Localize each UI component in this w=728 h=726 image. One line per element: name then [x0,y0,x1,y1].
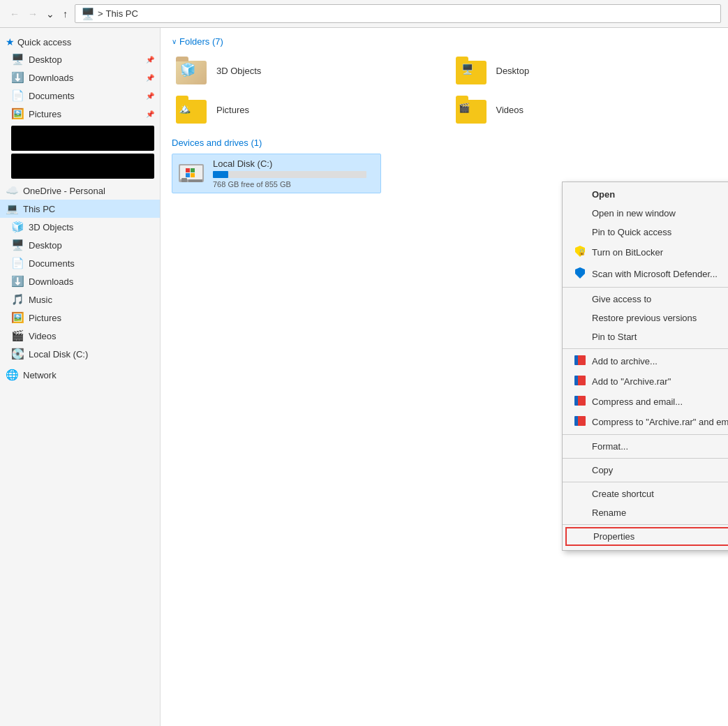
ctx-separator-5 [563,482,728,482]
main-container: ★ Quick access 🖥️ Desktop 📌 ⬇️ Downloads… [0,28,728,726]
rar-icon [574,355,586,367]
ctx-compress-rar-email[interactable]: Compress to "Archive.rar" and email [563,412,728,432]
ctx-label: Restore previous versions [592,313,697,323]
ctx-properties[interactable]: Properties [565,527,728,546]
rar-icon [574,396,586,408]
ctx-create-shortcut[interactable]: Create shortcut [563,484,728,503]
devices-section-title: Devices and drives (1) [172,138,717,148]
ctx-give-access[interactable]: Give access to › [563,290,728,309]
sidebar-item-documents-quick[interactable]: 📄 Documents 📌 [0,87,160,105]
folder-item-3dobjects[interactable]: 🧊 3D Objects [172,54,438,87]
redacted-item-1 [11,126,154,151]
folder-name: Videos [496,105,524,115]
folder-name: 3D Objects [216,66,261,76]
ctx-bitlocker[interactable]: 🔒 Turn on BitLocker [563,242,728,263]
recent-button[interactable]: ⌄ [43,7,57,21]
svg-rect-3 [188,179,202,182]
sidebar-item-pictures[interactable]: 🖼️ Pictures [0,309,160,327]
drive-bar-wrap [213,171,366,178]
defender-icon [574,267,586,281]
folder-item-pictures[interactable]: 🏔️ Pictures [172,93,438,126]
sidebar-item-onedrive[interactable]: ☁️ OneDrive - Personal [0,182,160,200]
sidebar-item-downloads[interactable]: ⬇️ Downloads [0,272,160,290]
sidebar-item-label: OneDrive - Personal [23,186,105,196]
svg-rect-6 [186,173,190,177]
ctx-defender[interactable]: Scan with Microsoft Defender... [563,263,728,285]
sidebar-item-network[interactable]: 🌐 Network [0,366,160,384]
pin-icon: 📌 [146,74,154,82]
sidebar-item-label: Music [29,295,52,305]
up-button[interactable]: ↑ [60,7,70,21]
sidebar-item-desktop-quick[interactable]: 🖥️ Desktop 📌 [0,50,160,68]
ctx-pin-quick[interactable]: Pin to Quick access [563,223,728,242]
back-button[interactable]: ← [7,7,22,21]
drive-bar [213,171,228,178]
pictures-icon: 🖼️ [11,311,24,324]
pin-icon: 📌 [146,56,154,64]
rar-icon [574,376,586,387]
folder-icon-3dobjects: 🧊 [176,57,209,84]
sidebar-item-desktop[interactable]: 🖥️ Desktop [0,236,160,254]
content-area: ∨ Folders (7) 🧊 3D Objects 🖥️ Desktop [161,28,728,726]
ctx-label: Scan with Microsoft Defender... [592,269,718,279]
sidebar-item-label: Local Disk (C:) [29,349,88,360]
ctx-label: Properties [593,531,634,542]
quick-access-label: Quick access [17,37,71,47]
sidebar-item-downloads-quick[interactable]: ⬇️ Downloads 📌 [0,68,160,87]
pictures-overlay-icon: 🏔️ [179,103,191,114]
sidebar-item-videos[interactable]: 🎬 Videos [0,327,160,345]
ctx-pin-start[interactable]: Pin to Start [563,327,728,346]
sidebar-item-label: Desktop [29,54,62,65]
folder-item-videos[interactable]: 🎬 Videos [452,93,718,126]
pin-icon: 📌 [146,110,154,118]
localdisk-icon: 💽 [11,348,24,360]
ctx-add-archive[interactable]: Add to archive... [563,351,728,371]
3dobjects-icon: 🧊 [11,221,24,233]
svg-rect-5 [191,168,195,172]
ctx-label: Create shortcut [592,489,654,499]
ctx-label: Add to archive... [592,356,658,366]
ctx-open-new-window[interactable]: Open in new window [563,204,728,223]
downloads-icon: ⬇️ [11,275,24,288]
ctx-separator-2 [563,348,728,349]
address-path[interactable]: 🖥️ > This PC [75,4,721,23]
3d-overlay-icon: 🧊 [180,62,195,77]
network-icon: 🌐 [6,369,19,381]
ctx-rename[interactable]: Rename [563,503,728,522]
ctx-restore-versions[interactable]: Restore previous versions [563,309,728,327]
ctx-separator-1 [563,287,728,288]
folders-title-text: Folders (7) [179,36,223,47]
forward-button[interactable]: → [25,7,40,21]
folder-item-desktop[interactable]: 🖥️ Desktop [452,54,718,87]
star-icon: ★ [6,36,15,47]
sidebar: ★ Quick access 🖥️ Desktop 📌 ⬇️ Downloads… [0,28,161,726]
ctx-label: Copy [592,465,613,475]
nav-buttons: ← → ⌄ ↑ [7,7,70,21]
ctx-label: Turn on BitLocker [592,247,663,258]
svg-rect-2 [181,178,187,182]
sidebar-item-music[interactable]: 🎵 Music [0,290,160,309]
svg-text:🔒: 🔒 [578,248,586,256]
sidebar-item-label: Documents [29,258,75,269]
pin-icon: 📌 [146,92,154,100]
quick-access-header[interactable]: ★ Quick access [0,34,160,50]
ctx-open[interactable]: Open [563,185,728,204]
redacted-item-2 [11,154,154,179]
sidebar-item-this-pc[interactable]: 💻 This PC [0,200,160,218]
sidebar-item-label: This PC [23,204,55,214]
chevron-down-icon: ∨ [172,38,177,45]
sidebar-item-3dobjects[interactable]: 🧊 3D Objects [0,218,160,236]
sidebar-item-localdisk[interactable]: 💽 Local Disk (C:) [0,345,160,363]
ctx-format[interactable]: Format... [563,437,728,456]
sidebar-item-label: Pictures [29,109,61,119]
path-label: This PC [106,8,138,19]
this-pc-icon: 💻 [6,202,19,215]
devices-title-text: Devices and drives (1) [172,138,262,148]
sidebar-item-documents[interactable]: 📄 Documents [0,254,160,272]
ctx-copy[interactable]: Copy [563,461,728,480]
desktop-icon: 🖥️ [11,53,24,66]
drive-item-c[interactable]: Local Disk (C:) 768 GB free of 855 GB [172,154,381,193]
ctx-add-archive-rar[interactable]: Add to "Archive.rar" [563,371,728,392]
ctx-compress-email[interactable]: Compress and email... [563,392,728,412]
sidebar-item-pictures-quick[interactable]: 🖼️ Pictures 📌 [0,105,160,123]
